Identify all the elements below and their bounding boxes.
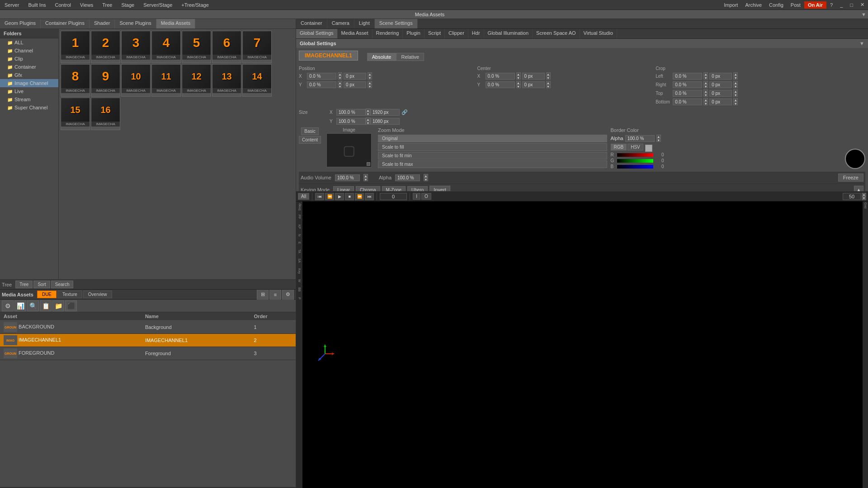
crop-right-px[interactable] [709,81,732,88]
asset-thumb-12[interactable]: 12 IMAGECHA [182,64,211,97]
b-slider[interactable] [617,165,653,169]
crop-l-px-up[interactable]: ▲ [733,72,738,76]
stage-menu[interactable]: Stage [117,1,139,9]
audio-alpha-dn[interactable]: ▼ [424,178,428,181]
asset-thumb-13[interactable]: 13 IMAGECHA [212,64,241,97]
folder-live[interactable]: 📁Live [0,87,58,95]
due-btn[interactable]: DUE [37,291,57,298]
tl-next-end-btn[interactable]: ⏭ [365,193,374,200]
hdr-tab[interactable]: Hdr [468,29,484,38]
folder-container[interactable]: 📁Container [0,63,58,71]
on-air-btn[interactable]: On Air [804,1,826,9]
r-slider[interactable] [617,153,653,157]
table-row[interactable]: GROUN BACKGROUND Background 1 [0,321,296,334]
cen-y-dn[interactable]: ▼ [516,84,521,88]
asset-thumb-16[interactable]: 16 IMAGECHA [91,98,120,130]
snap-w[interactable]: W [298,279,301,282]
clipper-tab[interactable]: Clipper [445,29,468,38]
snap-sa[interactable]: SA [298,258,301,263]
freeze-btn[interactable]: Freeze [838,174,863,182]
archive-btn[interactable]: Archive [741,1,765,9]
keying-mzone-btn[interactable]: M-Zone [382,186,406,192]
cen-x-up[interactable]: ▲ [516,72,521,76]
cen-x-px-up[interactable]: ▲ [546,72,551,76]
server-menu[interactable]: Server [0,1,24,9]
snap-kp[interactable]: KP [298,225,301,229]
content-btn[interactable]: Content [299,136,321,144]
keying-linear-btn[interactable]: Linear [333,186,354,192]
container-tab[interactable]: Container [296,19,327,28]
virtual-studio-tab[interactable]: Virtual Studio [580,29,617,38]
pos-y-px[interactable] [344,81,366,88]
pos-x-px-dn[interactable]: ▼ [368,76,372,80]
crop-r-up[interactable]: ▲ [703,81,708,84]
tl-next-btn[interactable]: ⏩ [355,193,364,200]
expand-keying-btn[interactable]: ▲ [854,186,863,191]
cen-x-px[interactable] [522,73,545,80]
pos-y-up[interactable]: ▲ [338,81,342,84]
invert-btn[interactable]: Invert [429,186,450,191]
cen-y-px[interactable] [522,81,545,88]
global-settings-tab[interactable]: Global Settings [296,29,338,38]
zoom-scale-fill-btn[interactable]: Scale to fill [378,143,607,151]
relative-btn[interactable]: Relative [396,53,424,61]
crop-top-px[interactable] [709,90,732,97]
cen-y-pct[interactable] [486,81,515,88]
treestage-menu[interactable]: +Tree/Stage [177,1,213,9]
size-x-up[interactable]: ▲ [366,108,370,112]
size-y-px[interactable] [370,118,400,125]
cen-x-pct[interactable] [486,73,515,80]
asset-thumb-3[interactable]: 3 IMAGECHA [121,31,151,63]
crop-l-dn[interactable]: ▼ [703,76,708,80]
crop-b-dn[interactable]: ▼ [703,102,708,105]
tl-stop-btn[interactable]: ■ [345,193,354,200]
crop-bottom-px[interactable] [709,99,732,105]
audio-alpha-input[interactable] [395,174,420,181]
crop-t-px-up[interactable]: ▲ [733,89,738,93]
size-x-px[interactable] [370,109,400,116]
basic-btn[interactable]: Basic [301,127,318,135]
views-menu[interactable]: Views [75,1,98,9]
script-tab[interactable]: Script [425,29,445,38]
pos-x-px[interactable] [344,73,366,80]
close-icon[interactable]: ✕ [857,1,868,9]
zoom-scale-fit-max-btn[interactable]: Scale to fit max [378,160,607,168]
tl-play-btn[interactable]: ▶ [335,193,344,200]
crop-t-up[interactable]: ▲ [703,89,708,93]
crop-left-pct[interactable] [673,73,702,80]
folder-clip[interactable]: 📁Clip [0,55,58,63]
media-assets-dropdown[interactable]: ▼ [859,12,868,17]
screen-space-ao-tab[interactable]: Screen Space AO [533,29,580,38]
geom-plugins-tab[interactable]: Geom Plugins [0,19,41,28]
folder-all[interactable]: 📁ALL [0,38,58,47]
cen-x-px-dn[interactable]: ▼ [546,76,551,80]
snap-bb[interactable]: BB [298,287,301,291]
scene-settings-tab[interactable]: Scene Settings [375,19,418,28]
asset-thumb-11[interactable]: 11 IMAGECHA [151,64,181,97]
folder-gfx[interactable]: 📁Gfx [0,71,58,79]
size-y-pct[interactable] [336,118,366,125]
crop-right-pct[interactable] [673,81,702,88]
control-menu[interactable]: Control [51,1,75,9]
builtins-menu[interactable]: Built Ins [24,1,50,9]
crop-bottom-pct[interactable] [673,99,702,105]
tl-prev-btn[interactable]: ⏪ [325,193,334,200]
search-btn[interactable]: Search [51,281,74,288]
overview-btn[interactable]: Overview [83,291,112,298]
crop-t-dn[interactable]: ▼ [703,93,708,97]
folder-channel[interactable]: 📁Channel [0,47,58,55]
icon-btn-3[interactable]: ⚙ [282,290,294,300]
icon-btn-2[interactable]: ≡ [269,290,281,300]
table-row[interactable]: IMAG IMAGECHANNEL1 IMAGECHANNEL1 2 [0,334,296,347]
snap-e[interactable]: E [298,242,301,244]
tool-icon-1[interactable]: ⚙ [2,300,14,311]
audio-vol-up[interactable]: ▲ [363,174,368,178]
alpha-up[interactable]: ▲ [656,135,661,138]
cen-y-px-dn[interactable]: ▼ [546,84,551,88]
post-btn[interactable]: Post [787,1,804,9]
rgb-btn[interactable]: RGB [611,144,627,150]
minimize-icon[interactable]: _ [836,1,846,9]
tool-icon-5[interactable]: 📁 [52,300,64,311]
rendering-tab[interactable]: Rendering [373,29,403,38]
asset-thumb-14[interactable]: 14 IMAGECHA [242,64,272,97]
